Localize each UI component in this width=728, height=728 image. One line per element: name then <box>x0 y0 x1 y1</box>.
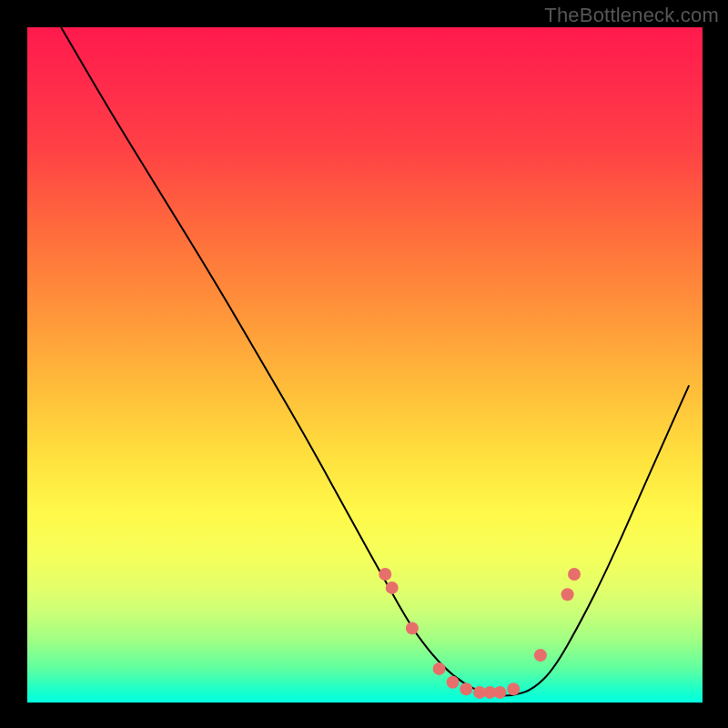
watermark-text: TheBottleneck.com <box>544 4 719 27</box>
sweet-spot-dots <box>379 568 581 699</box>
sweet-spot-dot <box>568 568 581 581</box>
sweet-spot-dot <box>534 649 547 662</box>
bottleneck-curve <box>61 27 689 696</box>
plot-area <box>27 27 703 703</box>
sweet-spot-dot <box>433 662 446 675</box>
sweet-spot-dot <box>493 686 506 699</box>
sweet-spot-dot <box>561 588 574 601</box>
sweet-spot-dot <box>379 568 391 581</box>
chart-frame: TheBottleneck.com <box>0 0 728 728</box>
sweet-spot-dot <box>447 676 460 689</box>
sweet-spot-dot <box>406 622 419 634</box>
sweet-spot-dot <box>460 682 472 695</box>
curve-svg <box>27 27 703 703</box>
sweet-spot-dot <box>507 682 520 695</box>
sweet-spot-dot <box>386 581 399 594</box>
